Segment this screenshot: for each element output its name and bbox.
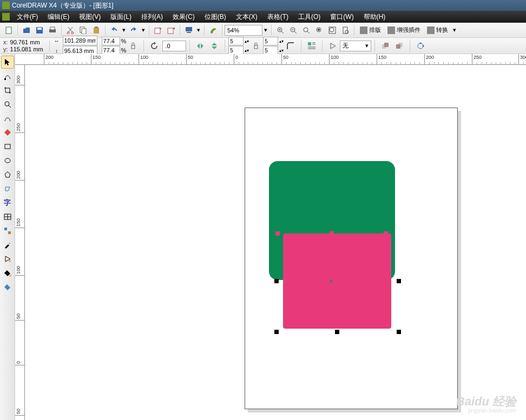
wrap-text-button[interactable] [306, 40, 318, 52]
menu-table[interactable]: 表格(T) [262, 12, 293, 22]
menu-view[interactable]: 视图(V) [74, 12, 106, 22]
interactive-tool[interactable] [1, 224, 14, 237]
convert-curves-button[interactable] [415, 40, 426, 52]
rotation-icon [148, 40, 160, 52]
export-button[interactable] [165, 24, 177, 36]
mirror-h-button[interactable] [194, 40, 206, 52]
redo-dropdown[interactable]: ▾ [141, 24, 146, 36]
redo-button[interactable] [128, 24, 140, 36]
shape-tool[interactable] [1, 70, 14, 83]
zoom-page-button[interactable] [339, 24, 351, 36]
zoom-all-button[interactable] [326, 24, 338, 36]
handle-inner-tr[interactable] [384, 231, 388, 236]
zoom-tool[interactable] [1, 98, 14, 111]
import-button[interactable] [152, 24, 164, 36]
outline-tool[interactable] [1, 252, 14, 265]
menu-window[interactable]: 窗口(W) [325, 12, 358, 22]
handle-bl[interactable] [274, 330, 279, 334]
scale-y-input[interactable] [102, 46, 120, 55]
convert-button[interactable]: 转换 [427, 26, 448, 34]
lock-ratio-button[interactable] [127, 40, 139, 52]
crop-tool[interactable] [1, 84, 14, 97]
zoom-in-button[interactable] [274, 24, 286, 36]
svg-rect-14 [187, 32, 191, 33]
corner-tl-input[interactable] [228, 37, 244, 45]
menu-file[interactable]: 文件(F) [12, 12, 43, 22]
new-button[interactable] [3, 24, 15, 36]
basic-shapes-tool[interactable] [1, 182, 14, 195]
menu-bar: 文件(F) 编辑(E) 视图(V) 版面(L) 排列(A) 效果(C) 位图(B… [0, 11, 526, 23]
property-bar: x:90.761 mm y:115.081 mm ↔ ↕ % % ▴▾ ▴▾ ▴… [0, 38, 526, 54]
ellipse-tool[interactable] [1, 154, 14, 167]
handle-mr[interactable] [397, 279, 401, 283]
typeset-button[interactable]: 排版 [360, 26, 381, 34]
scale-x-input[interactable] [102, 37, 120, 45]
corner-lock-button[interactable] [250, 40, 262, 52]
svg-rect-10 [95, 26, 98, 28]
menu-bitmaps[interactable]: 位图(B) [200, 12, 231, 22]
handle-inner-tl[interactable] [275, 231, 280, 236]
zoom-selection-button[interactable] [313, 24, 325, 36]
to-back-button[interactable] [393, 40, 405, 52]
pick-tool[interactable] [1, 56, 14, 69]
ruler-horizontal[interactable]: 20015010050050100150200250300 [15, 54, 526, 65]
polygon-tool[interactable] [1, 168, 14, 181]
rectangle-tool[interactable] [1, 140, 14, 153]
menu-layout[interactable]: 版面(L) [106, 12, 136, 22]
handle-ml[interactable] [274, 279, 279, 283]
rotation-input[interactable] [162, 41, 186, 51]
svg-point-32 [420, 42, 422, 44]
undo-dropdown[interactable]: ▾ [121, 24, 127, 36]
copy-button[interactable] [77, 24, 89, 36]
eyedropper-tool[interactable] [1, 238, 14, 251]
interactive-fill-tool[interactable] [1, 281, 14, 294]
text-tool[interactable]: 字 [1, 196, 14, 209]
convert-icon [427, 26, 435, 34]
menu-effects[interactable]: 效果(C) [168, 12, 200, 22]
handle-inner-tm[interactable] [330, 231, 334, 236]
corner-tr-input[interactable] [263, 37, 278, 45]
table-tool[interactable] [1, 210, 14, 223]
svg-point-17 [304, 28, 308, 32]
fill-tool[interactable] [1, 266, 14, 279]
outline-width-combo[interactable]: 无▾ [340, 41, 371, 51]
menu-text[interactable]: 文本(X) [231, 12, 262, 22]
welcome-button[interactable] [207, 24, 219, 36]
canvas[interactable]: × Baidu 经验 jingyan.baidu.com [25, 65, 526, 420]
handle-bm[interactable] [335, 330, 339, 334]
svg-rect-28 [384, 43, 389, 47]
zoom-out-button[interactable] [287, 24, 299, 36]
corner-bl-input[interactable] [228, 46, 244, 55]
pink-rectangle[interactable] [283, 234, 391, 329]
mirror-v-button[interactable] [208, 40, 220, 52]
freehand-tool[interactable] [1, 112, 14, 125]
width-input[interactable] [63, 36, 97, 45]
menu-help[interactable]: 帮助(H) [359, 12, 391, 22]
paste-button[interactable] [90, 24, 102, 36]
handle-br[interactable] [397, 330, 401, 334]
plugin-icon [387, 26, 395, 34]
save-button[interactable] [34, 24, 45, 36]
menu-arrange[interactable]: 排列(A) [136, 12, 168, 22]
zoom-100-button[interactable] [300, 24, 312, 36]
zoom-input[interactable] [225, 25, 262, 36]
svg-point-37 [5, 158, 10, 163]
menu-edit[interactable]: 编辑(E) [43, 12, 74, 22]
app-launcher-button[interactable] [183, 24, 195, 36]
title-bar: CorelDRAW X4（专业版）- [图形1] [0, 0, 526, 11]
enhance-plugin-button[interactable]: 增强插件 [387, 26, 420, 34]
print-button[interactable] [47, 24, 58, 36]
convert-dropdown[interactable]: ▾ [452, 24, 457, 36]
menu-tools[interactable]: 工具(O) [293, 12, 325, 22]
corner-br-input[interactable] [263, 46, 278, 55]
app-launcher-dropdown[interactable]: ▾ [196, 24, 201, 36]
cut-button[interactable] [64, 24, 76, 36]
smart-fill-tool[interactable] [1, 126, 14, 139]
corner-type-button[interactable] [285, 40, 297, 52]
undo-button[interactable] [108, 24, 120, 36]
ruler-vertical[interactable]: 30025020015010050050 [15, 65, 25, 420]
zoom-dropdown[interactable]: ▾ [263, 24, 268, 36]
open-button[interactable] [21, 24, 32, 36]
to-front-button[interactable] [379, 40, 391, 52]
svg-point-41 [9, 260, 11, 262]
